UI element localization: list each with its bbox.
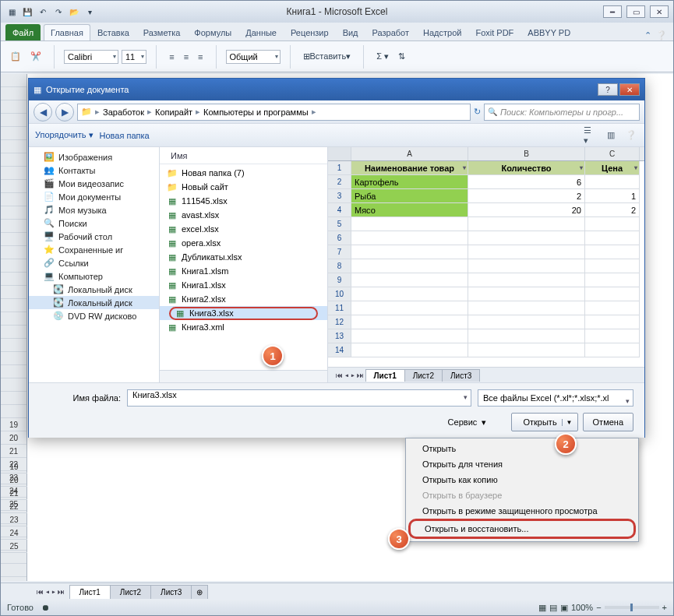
sort-filter-icon[interactable]: ⇅ [395, 50, 408, 63]
open-icon[interactable]: 📂 [68, 5, 80, 18]
help-icon[interactable]: ❔ [656, 30, 667, 40]
zoom-slider[interactable] [605, 606, 659, 609]
maximize-icon[interactable]: ▭ [626, 5, 645, 18]
sheet-nav-icon[interactable]: ⏮ ◀ ▶ ⏭ [37, 588, 65, 596]
crumb-1[interactable]: Заработок [103, 107, 144, 117]
tree-item[interactable]: 🎬Мои видеозапис [29, 177, 159, 190]
tab-review[interactable]: Рецензир [284, 24, 336, 40]
row-header[interactable]: 1 [328, 161, 351, 175]
dialog-title-bar[interactable]: ▦ Открытие документа ? ✕ [29, 79, 644, 100]
forward-icon[interactable]: ▶ [55, 103, 74, 121]
file-item[interactable]: 📁Новый сайт [160, 180, 327, 194]
filename-input[interactable]: Книга3.xlsx [127, 389, 471, 407]
refresh-icon[interactable]: ↻ [474, 107, 481, 117]
tab-foxit[interactable]: Foxit PDF [468, 24, 520, 40]
tree-item[interactable]: 💽Локальный диск [29, 283, 159, 296]
menu-item[interactable]: Открыть как копию [408, 472, 636, 488]
tab-formulas[interactable]: Формулы [187, 24, 238, 40]
tree-item[interactable]: 🖼️Изображения [29, 150, 159, 164]
select-all-icon[interactable] [328, 147, 351, 160]
view-normal-icon[interactable]: ▦ [538, 603, 546, 613]
tree-item[interactable]: ⭐Сохраненные иг [29, 243, 159, 256]
tools-button[interactable]: Сервис ▾ [448, 417, 487, 428]
file-item[interactable]: ▦excel.xlsx [160, 222, 327, 236]
insert-cells-button[interactable]: ⊞Вставить▾ [300, 50, 355, 63]
ribbon-minimize-icon[interactable]: ⌃ [644, 30, 651, 40]
preview-tab-2[interactable]: Лист2 [404, 369, 443, 382]
tree-item[interactable]: 🎵Моя музыка [29, 203, 159, 216]
crumb-3[interactable]: Компьютеры и программы [203, 107, 309, 117]
cancel-button[interactable]: Отмена [583, 413, 633, 431]
row-header[interactable]: 24 [1, 526, 27, 540]
file-item[interactable]: 📁Новая папка (7) [160, 166, 327, 180]
file-item[interactable]: ▦111545.xlsx [160, 194, 327, 208]
col-A[interactable]: A [351, 147, 468, 160]
row-header[interactable]: 19 [1, 460, 27, 473]
tree-item[interactable]: 💿DVD RW дисково [29, 309, 159, 322]
preview-nav-icon[interactable]: ⏮ ◀ ▶ ⏭ [334, 371, 365, 379]
save-icon[interactable]: 💾 [21, 5, 34, 18]
file-item[interactable]: ▦opera.xlsx [160, 236, 327, 250]
tree-item[interactable]: 📄Мои документы [29, 190, 159, 203]
row-header[interactable]: 8 [328, 259, 351, 273]
tab-abbyy[interactable]: ABBYY PD [520, 24, 577, 40]
row-header[interactable]: 6 [328, 231, 351, 245]
tree-item[interactable]: 🖥️Рабочий стол [29, 230, 159, 243]
row-header[interactable]: 7 [328, 245, 351, 259]
align-left-icon[interactable]: ≡ [166, 51, 177, 63]
tree-item[interactable]: 🔍Поиски [29, 216, 159, 230]
font-size-select[interactable]: 11 [122, 50, 146, 64]
zoom-out-icon[interactable]: − [596, 603, 601, 612]
new-sheet-icon[interactable]: ⊕ [191, 585, 208, 599]
close-icon[interactable]: ✕ [650, 5, 669, 18]
menu-item[interactable]: Открыть в режиме защищенного просмотра [408, 503, 636, 519]
sheet-tab-2[interactable]: Лист2 [110, 585, 151, 599]
paste-icon[interactable]: 📋 [7, 50, 24, 63]
open-dropdown-icon[interactable]: ▼ [562, 419, 573, 426]
file-item[interactable]: ▦avast.xlsx [160, 208, 327, 222]
row-header[interactable]: 14 [328, 343, 351, 357]
minimize-icon[interactable]: ━ [603, 5, 622, 18]
row-header[interactable]: 22 [1, 500, 27, 513]
view-layout-icon[interactable]: ▤ [549, 603, 557, 613]
tree-item[interactable]: 💽Локальный диск [29, 296, 159, 309]
tree-item[interactable]: 💻Компьютер [29, 269, 159, 283]
align-center-icon[interactable]: ≡ [181, 51, 192, 63]
tree-item[interactable]: 🔗Ссылки [29, 256, 159, 269]
tab-layout[interactable]: Разметка [136, 24, 188, 40]
row-header[interactable]: 11 [328, 301, 351, 315]
new-folder-button[interactable]: Новая папка [100, 131, 150, 140]
back-icon[interactable]: ◀ [34, 103, 52, 121]
view-mode-icon[interactable]: ☰ ▾ [584, 128, 598, 143]
tab-addins[interactable]: Надстрой [416, 24, 468, 40]
breadcrumb[interactable]: 📁▸ Заработок▸ Копирайт▸ Компьютеры и про… [77, 104, 471, 121]
menu-item[interactable]: Открыть [408, 441, 636, 456]
col-B[interactable]: B [468, 147, 585, 160]
file-item[interactable]: ▦Книга1.xlsm [160, 264, 327, 278]
row-header[interactable]: 20 [1, 473, 27, 487]
sheet-tab-3[interactable]: Лист3 [150, 585, 192, 599]
tab-home[interactable]: Главная [44, 24, 90, 40]
explorer-help-icon[interactable]: ❔ [624, 128, 638, 143]
search-input[interactable]: Поиск: Компьютеры и прогр... [484, 104, 640, 121]
undo-icon[interactable]: ↶ [37, 5, 49, 18]
row-header[interactable]: 10 [328, 287, 351, 301]
autosum-icon[interactable]: Σ ▾ [373, 50, 392, 63]
tab-data[interactable]: Данные [238, 24, 284, 40]
redo-icon[interactable]: ↷ [52, 5, 65, 18]
file-tab[interactable]: Файл [5, 24, 41, 40]
file-item[interactable]: ▦Книга2.xlsx [160, 292, 327, 306]
row-header[interactable]: 9 [328, 273, 351, 287]
cut-icon[interactable]: ✂️ [27, 50, 44, 63]
tab-insert[interactable]: Вставка [90, 24, 136, 40]
tab-view[interactable]: Вид [336, 24, 365, 40]
file-column-header[interactable]: Имя [160, 147, 327, 164]
sheet-tab-1[interactable]: Лист1 [69, 585, 111, 599]
folder-tree[interactable]: 🖼️Изображения👥Контакты🎬Мои видеозапис📄Мо… [29, 147, 160, 382]
row-header[interactable]: 12 [328, 315, 351, 329]
file-item[interactable]: ▦Книга3.xml [160, 320, 327, 334]
file-item[interactable]: ▦Книга3.xlsx [160, 306, 327, 320]
file-item[interactable]: ▦Дубликаты.xlsx [160, 250, 327, 264]
view-break-icon[interactable]: ▣ [560, 603, 568, 613]
tree-item[interactable]: 👥Контакты [29, 164, 159, 177]
